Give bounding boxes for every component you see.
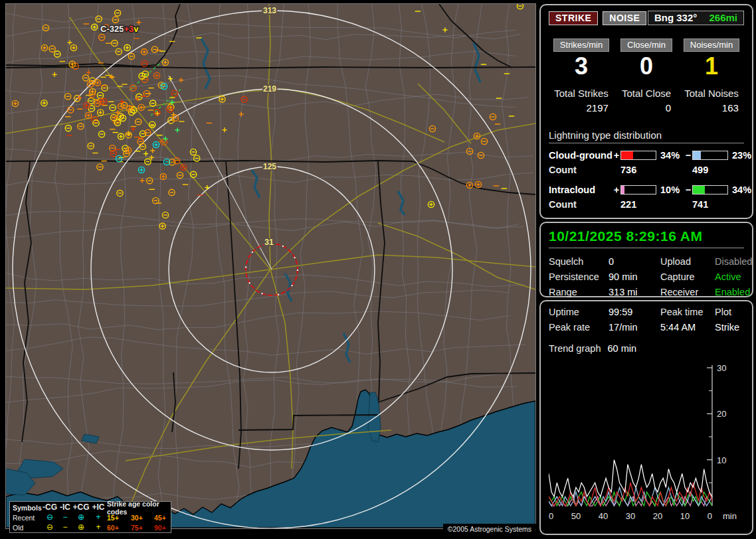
minus-sign: − (684, 185, 692, 195)
cg-positive-bar (620, 151, 656, 160)
legend-age-code: 30+ (131, 514, 154, 522)
legend-row-label: Old (13, 524, 42, 532)
trend-graph-label: Trend graph (549, 343, 601, 354)
intracloud-count-row: Count 221 741 (549, 199, 744, 210)
cg-positive-pct: 34% (656, 150, 684, 161)
capture-value: Active (715, 271, 752, 282)
legend-strike-symbol: ⊖ (42, 513, 58, 522)
plot-label: Plot (715, 307, 744, 317)
legend-type-header: +IC (90, 503, 107, 512)
cloud-ground-row: Cloud-ground + 34% − 23% (549, 150, 744, 161)
receiver-label: Receiver (660, 287, 715, 297)
svg-text:0: 0 (708, 511, 712, 521)
noises-per-min-column: Noises/min 1 Total Noises 163 (679, 38, 744, 114)
legend-type-header: -CG (42, 503, 58, 512)
legend-strike-symbol: ⊕ (72, 523, 90, 532)
svg-text:30: 30 (626, 511, 635, 521)
persistence-value: 90 min (609, 271, 660, 282)
count-label: Count (549, 199, 613, 210)
lightning-map[interactable]: 31321912531C-325+3v Symbols-CG-IC+CG+ICS… (5, 3, 536, 529)
uptime-label: Uptime (549, 307, 609, 317)
legend-strike-symbol: + (90, 523, 107, 532)
total-noises-label: Total Noises (684, 88, 739, 99)
peak-rate-value: 17/min (609, 322, 660, 333)
legend-age-code: 60+ (107, 524, 131, 532)
svg-text:50: 50 (571, 511, 581, 521)
legend-strike-symbol: ⊕ (72, 513, 90, 522)
peak-time-label: Peak time (660, 307, 715, 317)
plus-sign: + (613, 185, 620, 195)
range-label: Range (549, 287, 609, 297)
strikes-per-min-label: Strikes/min (553, 38, 609, 52)
svg-text:219: 219 (263, 84, 276, 94)
ic-negative-bar (692, 185, 728, 194)
range-value: 313 mi (609, 287, 660, 297)
total-close-label: Total Close (622, 88, 671, 99)
legend-age-code: 75+ (131, 524, 154, 532)
total-strikes: Total Strikes 2197 (554, 88, 609, 114)
ic-positive-pct: 10% (656, 185, 684, 195)
svg-text:30: 30 (717, 363, 726, 373)
cloud-ground-count-row: Count 736 499 (549, 165, 744, 175)
lightning-distribution: Lightning type distribution Cloud-ground… (549, 129, 744, 210)
upload-value: Disabled (715, 256, 752, 267)
strikes-per-min-column: Strikes/min 3 Total Strikes 2197 (549, 38, 614, 114)
trend-graph-header: Trend graph 60 min (549, 343, 744, 354)
close-per-min-label: Close/min (620, 38, 672, 52)
legend-age-code: 45+ (154, 514, 176, 522)
squelch-label: Squelch (549, 256, 609, 267)
trend-graph: 1020306050403020100min (549, 362, 745, 531)
noise-button[interactable]: NOISE (603, 11, 646, 25)
app-window: 31321912531C-325+3v Symbols-CG-IC+CG+ICS… (0, 0, 756, 539)
peak-time-value: 5:44 AM (660, 322, 715, 333)
ic-positive-count: 221 (620, 199, 656, 210)
legend-symbols-header: Symbols (13, 504, 42, 512)
svg-text:10: 10 (680, 511, 690, 521)
legend-strike-symbol: + (90, 513, 107, 522)
svg-text:40: 40 (599, 511, 608, 521)
total-close-value: 0 (622, 102, 671, 114)
legend-strike-symbol: − (58, 513, 72, 522)
upload-label: Upload (660, 256, 715, 267)
legend-type-header: +CG (72, 503, 90, 512)
intracloud-row: Intracloud + 10% − 34% (549, 185, 744, 195)
svg-text:20: 20 (717, 409, 726, 419)
strike-button[interactable]: STRIKE (549, 11, 598, 25)
total-strikes-value: 2197 (554, 102, 609, 114)
total-noises: Total Noises 163 (684, 88, 739, 114)
minus-sign: − (684, 150, 692, 161)
svg-text:min: min (723, 511, 737, 521)
legend-row-label: Recent (13, 514, 42, 522)
ic-positive-bar (620, 185, 656, 194)
mode-button-row: STRIKE NOISE Bng 332° 266mi (549, 11, 744, 25)
cg-negative-pct: 23% (728, 150, 751, 161)
legend-strike-symbol: − (58, 523, 72, 532)
squelch-value: 0 (609, 256, 660, 267)
peak-rate-label: Peak rate (549, 322, 609, 333)
rate-counters: Strikes/min 3 Total Strikes 2197 Close/m… (549, 38, 744, 114)
legend-strike-symbol: ⊖ (42, 523, 58, 532)
datetime-display: 10/21/2025 8:29:16 AM (549, 228, 744, 248)
close-per-min-value: 0 (640, 53, 653, 80)
status-grid: Squelch 0 Upload Disabled Persistence 90… (549, 256, 744, 297)
receiver-value: Enabled (715, 287, 752, 297)
total-strikes-label: Total Strikes (554, 88, 609, 99)
stats-panel: Uptime 99:59 Peak time Plot Peak rate 17… (539, 300, 753, 535)
total-close: Total Close 0 (622, 88, 671, 114)
status-panel: 10/21/2025 8:29:16 AM Squelch 0 Upload D… (539, 222, 753, 297)
count-label: Count (549, 165, 613, 175)
legend-age-code: 15+ (107, 514, 131, 522)
ic-negative-count: 741 (692, 199, 728, 210)
svg-text:313: 313 (263, 6, 276, 15)
noises-per-min-value: 1 (705, 53, 718, 80)
legend-type-header: -IC (58, 503, 72, 512)
stats-grid: Uptime 99:59 Peak time Plot Peak rate 17… (549, 307, 744, 333)
strikes-per-min-value: 3 (575, 53, 588, 80)
plus-sign: + (613, 150, 620, 161)
cg-negative-count: 499 (692, 165, 728, 175)
bearing-display: Bng 332° 266mi (648, 11, 744, 25)
cg-positive-count: 736 (620, 165, 656, 175)
svg-text:125: 125 (263, 162, 276, 171)
svg-text:31: 31 (264, 238, 274, 247)
close-per-min-column: Close/min 0 Total Close 0 (614, 38, 679, 114)
